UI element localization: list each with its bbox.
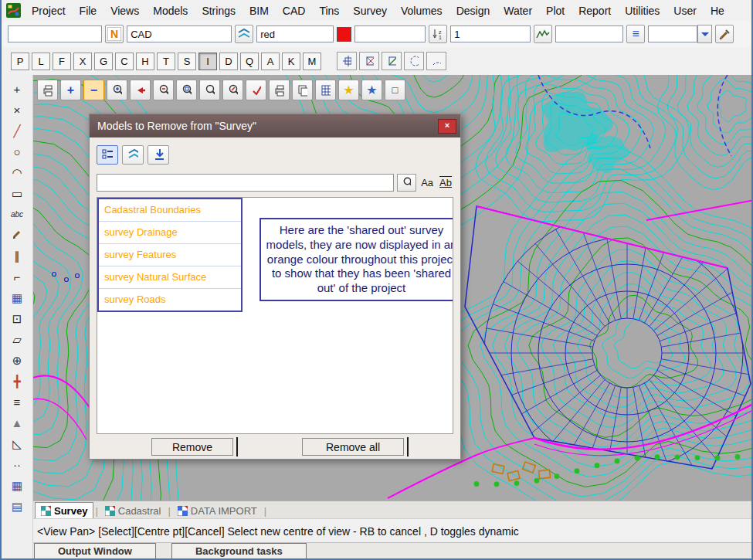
zoom-window-button[interactable] xyxy=(176,80,197,100)
wedge-tool[interactable]: ◺ xyxy=(5,434,29,455)
model-item-cadastral-boundaries[interactable]: Cadastral Boundaries xyxy=(99,199,241,222)
colour-input[interactable] xyxy=(256,25,334,42)
menu-help[interactable]: He xyxy=(704,1,731,21)
menu-plot[interactable]: Plot xyxy=(539,1,572,21)
zoom-percent-button[interactable] xyxy=(222,80,243,100)
search-button[interactable] xyxy=(397,174,416,192)
list-view-button[interactable] xyxy=(97,145,118,165)
menu-bim[interactable]: BIM xyxy=(243,1,276,21)
model-item-survey-roads[interactable]: survey Roads xyxy=(99,289,241,311)
menu-utilities[interactable]: Utilities xyxy=(618,1,667,21)
menu-design[interactable]: Design xyxy=(449,1,497,21)
model-item-survey-features[interactable]: survey Features xyxy=(99,244,241,266)
magnify-button[interactable] xyxy=(199,80,220,100)
background-tasks-tab[interactable]: Background tasks xyxy=(171,543,307,559)
menu-water[interactable]: Water xyxy=(497,1,539,21)
menu-strings[interactable]: Strings xyxy=(195,1,243,21)
name-box-button[interactable]: N xyxy=(105,25,124,43)
menu-project[interactable]: Project xyxy=(25,1,73,21)
snap-button-q[interactable]: Q xyxy=(240,53,259,70)
snap-button-t[interactable]: T xyxy=(157,53,175,70)
delete-tool[interactable]: × xyxy=(5,100,29,121)
snap-button-i[interactable]: I xyxy=(198,53,217,70)
dropdown-arrow-icon[interactable] xyxy=(697,25,712,43)
move-tool[interactable]: + xyxy=(5,80,29,100)
favourite-blue-button[interactable]: ★ xyxy=(361,80,382,100)
menu-report[interactable]: Report xyxy=(572,1,618,21)
circle-tool[interactable]: ○ xyxy=(5,142,29,163)
viewport-tool[interactable]: ⊡ xyxy=(5,309,29,330)
plot-button[interactable] xyxy=(37,80,58,100)
layers-tool[interactable]: ≡ xyxy=(5,392,29,413)
menu-file[interactable]: File xyxy=(73,1,104,21)
list-lines-button[interactable]: ≡ xyxy=(626,25,645,43)
name-input[interactable] xyxy=(8,25,102,42)
snap-cursor-button[interactable] xyxy=(246,80,266,100)
snap-button-g[interactable]: G xyxy=(94,53,113,70)
zoom-extents-button[interactable]: + xyxy=(60,80,81,100)
snap-arc-button[interactable] xyxy=(426,52,446,70)
model-item-survey-natural-surface[interactable]: survey Natural Surface xyxy=(99,266,241,289)
model-waves-button[interactable] xyxy=(122,145,144,165)
linestyle-input[interactable] xyxy=(354,25,426,42)
snap-button-c[interactable]: C xyxy=(115,53,134,70)
pencil-tool[interactable] xyxy=(5,226,29,246)
points-tool[interactable]: ·· xyxy=(5,455,29,476)
cad-function-input[interactable] xyxy=(127,25,232,42)
snap-circle-button[interactable] xyxy=(404,52,424,70)
model-filter-input[interactable] xyxy=(97,174,394,192)
menu-cad[interactable]: CAD xyxy=(276,1,313,21)
view-tab-data-import[interactable]: DATA IMPORT xyxy=(172,503,263,519)
snap-cross-button[interactable] xyxy=(359,52,379,70)
print-button[interactable] xyxy=(269,80,290,100)
share-out-button[interactable] xyxy=(148,145,169,165)
model-stack-button[interactable] xyxy=(235,25,253,43)
window-resize-button[interactable]: □ xyxy=(385,80,405,100)
weight-input[interactable] xyxy=(450,25,531,42)
line-tool[interactable]: ╱ xyxy=(5,121,29,142)
zoom-out-button[interactable]: − xyxy=(83,80,104,100)
snap-button-m[interactable]: M xyxy=(303,53,321,70)
colour-swatch[interactable] xyxy=(337,27,351,42)
cone-tool[interactable]: ▲ xyxy=(5,413,29,434)
menu-models[interactable]: Models xyxy=(146,1,195,21)
menu-views[interactable]: Views xyxy=(103,1,146,21)
snap-button-h[interactable]: H xyxy=(136,53,154,70)
match-word-toggle[interactable]: Ab xyxy=(438,177,453,188)
menu-tins[interactable]: Tins xyxy=(312,1,346,21)
menu-volumes[interactable]: Volumes xyxy=(394,1,449,21)
redraw-button[interactable] xyxy=(130,80,151,100)
model-item-survey-drainage[interactable]: survey Drainage xyxy=(99,222,241,244)
fillet-tool[interactable]: ⌐ xyxy=(5,267,29,288)
snap-button-p[interactable]: P xyxy=(11,53,29,70)
offset-tool[interactable]: ∥ xyxy=(5,246,29,267)
snap-button-f[interactable]: F xyxy=(53,53,71,70)
match-case-toggle[interactable]: Aa xyxy=(419,177,435,188)
insert-vertex-tool[interactable]: ⊕ xyxy=(5,351,29,372)
favourite-yellow-button[interactable]: ★ xyxy=(338,80,359,100)
remove-button[interactable]: Remove xyxy=(151,438,233,456)
zoom-in-button[interactable] xyxy=(107,80,127,100)
sheet-tool[interactable]: ▦ xyxy=(5,476,29,497)
highlight-input[interactable] xyxy=(648,25,697,42)
menu-survey[interactable]: Survey xyxy=(346,1,394,21)
output-window-tab[interactable]: Output Window xyxy=(34,543,156,559)
menu-user[interactable]: User xyxy=(667,1,704,21)
close-button[interactable]: × xyxy=(438,119,456,134)
rectangle-tool[interactable]: ▭ xyxy=(5,184,29,205)
snap-button-k[interactable]: K xyxy=(282,53,300,70)
grid-button[interactable] xyxy=(315,80,336,100)
cross-tool[interactable]: ╋ xyxy=(5,372,29,392)
snap-button-x[interactable]: X xyxy=(73,53,92,70)
dialog-titlebar[interactable]: Models to Remove from "Survey" × xyxy=(90,114,460,137)
copy-view-button[interactable] xyxy=(292,80,313,100)
sort-button[interactable]: z1 xyxy=(429,25,447,43)
snap-button-d[interactable]: D xyxy=(219,53,238,70)
snap-point-button[interactable] xyxy=(337,52,357,70)
grid-tool[interactable]: ▦ xyxy=(5,288,29,309)
zoom-previous-button[interactable] xyxy=(153,80,174,100)
remove-all-button[interactable]: Remove all xyxy=(302,438,404,456)
view-tab-survey[interactable]: Survey xyxy=(35,502,93,519)
text-tool[interactable]: abc xyxy=(5,205,29,226)
snap-line-button[interactable] xyxy=(382,52,402,70)
